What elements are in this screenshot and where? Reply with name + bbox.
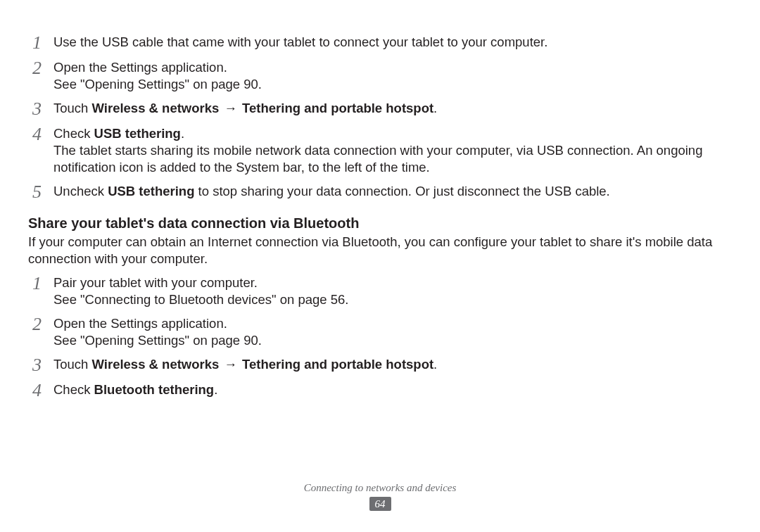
bold-text: Tethering and portable hotspot xyxy=(242,357,433,372)
text-line: Open the Settings application. xyxy=(53,59,732,76)
step-text: Pair your tablet with your computer. See… xyxy=(53,274,732,308)
step-number: 3 xyxy=(28,100,53,118)
step-number: 4 xyxy=(28,125,53,144)
text-suffix: . xyxy=(433,357,437,372)
text-line: Use the USB cable that came with your ta… xyxy=(53,34,547,49)
step-number: 2 xyxy=(28,315,53,334)
step-number: 3 xyxy=(28,356,53,374)
section-heading: Share your tablet's data connection via … xyxy=(28,214,732,232)
bold-text: Wireless & networks xyxy=(92,101,220,115)
arrow-icon: → xyxy=(219,357,242,372)
step-number: 1 xyxy=(28,34,53,52)
text-suffix: . xyxy=(181,126,184,141)
text-prefix: Check xyxy=(53,126,94,141)
step-text: Use the USB cable that came with your ta… xyxy=(53,34,732,51)
step-number: 5 xyxy=(28,183,53,201)
bold-text: Tethering and portable hotspot xyxy=(242,101,433,115)
step-row: 2 Open the Settings application. See "Op… xyxy=(28,59,732,93)
step-row: 1 Use the USB cable that came with your … xyxy=(28,34,732,52)
text-prefix: Touch xyxy=(53,101,92,115)
text-suffix: . xyxy=(433,101,437,115)
text-line: See "Opening Settings" on page 90. xyxy=(53,76,732,93)
step-text: Open the Settings application. See "Open… xyxy=(53,315,732,349)
text-prefix: Touch xyxy=(53,357,92,372)
step-row: 2 Open the Settings application. See "Op… xyxy=(28,315,732,349)
text-line: Pair your tablet with your computer. xyxy=(53,274,732,291)
step-text: Open the Settings application. See "Open… xyxy=(53,59,732,93)
bold-text: USB tethering xyxy=(94,126,181,141)
step-row: 4 Check USB tethering. The tablet starts… xyxy=(28,125,732,176)
text-prefix: Uncheck xyxy=(53,184,108,198)
step-row: 5 Uncheck USB tethering to stop sharing … xyxy=(28,183,732,201)
bluetooth-tethering-steps: 1 Pair your tablet with your computer. S… xyxy=(28,274,732,400)
bold-text: USB tethering xyxy=(108,184,194,198)
step-row: 3 Touch Wireless & networks → Tethering … xyxy=(28,356,732,374)
step-number: 2 xyxy=(28,59,53,77)
step-text: Touch Wireless & networks → Tethering an… xyxy=(53,100,732,117)
text-suffix: to stop sharing your data connection. Or… xyxy=(194,184,609,198)
text-prefix: Check xyxy=(53,382,94,397)
bold-text: Bluetooth tethering xyxy=(94,382,215,397)
step-text: Check USB tethering. The tablet starts s… xyxy=(53,125,732,176)
page-footer: Connecting to networks and devices 64 xyxy=(0,482,760,511)
footer-chapter: Connecting to networks and devices xyxy=(0,482,760,494)
text-line: The tablet starts sharing its mobile net… xyxy=(53,142,732,176)
step-row: 1 Pair your tablet with your computer. S… xyxy=(28,274,732,308)
text-line: See "Opening Settings" on page 90. xyxy=(53,332,732,349)
step-text: Uncheck USB tethering to stop sharing yo… xyxy=(53,183,732,200)
step-text: Check Bluetooth tethering. xyxy=(53,381,732,398)
text-line: Open the Settings application. xyxy=(53,315,732,332)
step-text: Touch Wireless & networks → Tethering an… xyxy=(53,356,732,373)
text-line: See "Connecting to Bluetooth devices" on… xyxy=(53,291,732,308)
manual-page: 1 Use the USB cable that came with your … xyxy=(0,0,760,532)
arrow-icon: → xyxy=(219,101,242,115)
usb-tethering-steps: 1 Use the USB cable that came with your … xyxy=(28,34,732,201)
bold-text: Wireless & networks xyxy=(92,357,220,372)
section-intro: If your computer can obtain an Internet … xyxy=(28,234,732,267)
step-row: 3 Touch Wireless & networks → Tethering … xyxy=(28,100,732,118)
footer-page-number: 64 xyxy=(369,497,391,511)
step-number: 1 xyxy=(28,274,53,293)
text-suffix: . xyxy=(214,382,217,397)
step-number: 4 xyxy=(28,381,53,400)
step-row: 4 Check Bluetooth tethering. xyxy=(28,381,732,400)
